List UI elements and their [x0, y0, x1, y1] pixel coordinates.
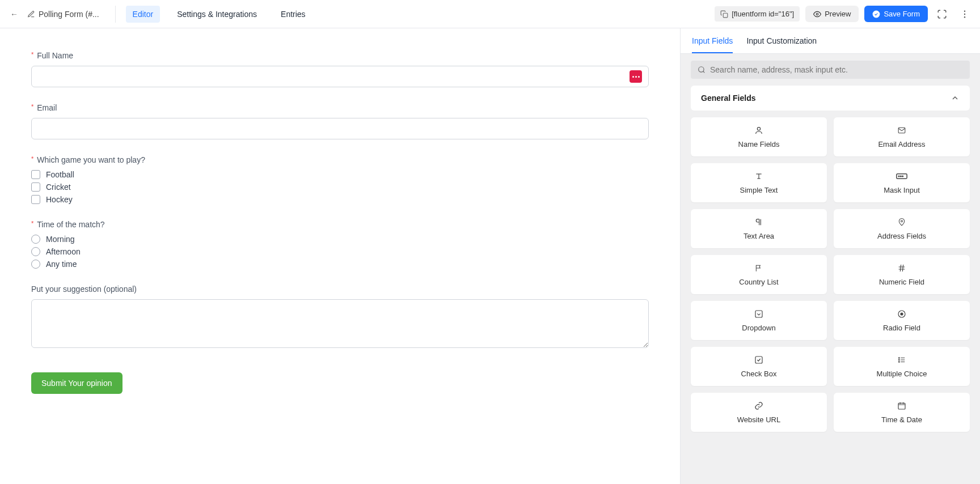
- expand-icon[interactable]: [933, 7, 951, 22]
- tab-editor[interactable]: Editor: [126, 6, 160, 23]
- label-suggestion: Put your suggestion (optional): [31, 285, 649, 294]
- checkbox-option[interactable]: Football: [31, 170, 649, 179]
- field-submit: Submit Your opinion: [31, 372, 649, 394]
- option-label: Morning: [46, 235, 75, 244]
- preview-label: Preview: [825, 10, 851, 18]
- field-card-label: Text Area: [744, 232, 774, 240]
- field-card-label: Website URL: [737, 415, 780, 424]
- required-star: *: [31, 51, 33, 58]
- field-card-mask-input[interactable]: Mask Input: [834, 163, 970, 202]
- svg-point-19: [898, 359, 899, 360]
- tab-settings[interactable]: Settings & Integrations: [170, 6, 264, 23]
- fields-grid: Name Fields Email Address Simple Text Ma…: [681, 111, 980, 439]
- required-star: *: [31, 103, 33, 110]
- envelope-icon: [897, 125, 907, 135]
- textarea-suggestion[interactable]: [31, 299, 649, 348]
- field-card-label: Dropdown: [742, 324, 775, 332]
- sidebar-search: [681, 54, 980, 86]
- option-label: Hockey: [46, 195, 73, 204]
- radio-icon[interactable]: [31, 247, 40, 256]
- topbar-right: [fluentform id="16"] Preview Save Form: [715, 6, 973, 22]
- radio-option[interactable]: Afternoon: [31, 247, 649, 256]
- field-card-label: Mask Input: [884, 186, 920, 194]
- checkbox-icon: [754, 355, 763, 365]
- field-email[interactable]: * Email: [31, 103, 649, 139]
- checkbox-option[interactable]: Cricket: [31, 182, 649, 192]
- submit-button[interactable]: Submit Your opinion: [31, 372, 122, 394]
- required-star: *: [31, 155, 33, 162]
- paragraph-icon: [754, 217, 763, 227]
- field-card-website-url[interactable]: Website URL: [691, 393, 827, 432]
- form-title[interactable]: Polling Form (#...: [27, 10, 99, 19]
- svg-rect-14: [755, 311, 762, 317]
- save-button[interactable]: Save Form: [864, 6, 928, 22]
- topbar-left: ← Polling Form (#... Editor Settings & I…: [7, 6, 312, 23]
- section-general-fields[interactable]: General Fields: [691, 86, 970, 111]
- save-label: Save Form: [884, 10, 920, 18]
- search-input[interactable]: [710, 65, 963, 74]
- field-card-country-list[interactable]: Country List: [691, 255, 827, 294]
- label-email: * Email: [31, 103, 649, 112]
- form-canvas: * Full Name * Email * Which game yo: [0, 28, 681, 484]
- preview-button[interactable]: Preview: [805, 6, 859, 22]
- eye-icon: [813, 10, 821, 18]
- text-cursor-icon: [754, 171, 764, 181]
- input-full-name-wrap: [31, 66, 649, 87]
- field-card-radio-field[interactable]: Radio Field: [834, 301, 970, 340]
- copy-icon: [720, 10, 728, 18]
- field-card-time-date[interactable]: Time & Date: [834, 393, 970, 432]
- field-card-email-address[interactable]: Email Address: [834, 117, 970, 156]
- field-card-numeric-field[interactable]: Numeric Field: [834, 255, 970, 294]
- check-icon: [872, 10, 880, 18]
- sidebar-tab-input-fields[interactable]: Input Fields: [692, 36, 733, 53]
- tab-entries[interactable]: Entries: [274, 6, 312, 23]
- checkbox-icon[interactable]: [31, 195, 40, 204]
- checkbox-icon[interactable]: [31, 182, 40, 192]
- field-card-text-area[interactable]: Text Area: [691, 209, 827, 248]
- svg-point-11: [901, 176, 902, 177]
- radio-option[interactable]: Any time: [31, 260, 649, 269]
- sidebar: Input Fields Input Customization General…: [681, 28, 980, 484]
- radio-icon[interactable]: [31, 260, 40, 269]
- checkbox-icon[interactable]: [31, 170, 40, 179]
- label-time-text: Time of the match?: [37, 220, 104, 229]
- sidebar-tabs: Input Fields Input Customization: [681, 28, 980, 54]
- input-full-name[interactable]: [31, 66, 649, 87]
- field-card-simple-text[interactable]: Simple Text: [691, 163, 827, 202]
- field-card-dropdown[interactable]: Dropdown: [691, 301, 827, 340]
- sidebar-tab-input-customization[interactable]: Input Customization: [746, 36, 817, 53]
- svg-point-10: [898, 176, 899, 177]
- field-time[interactable]: * Time of the match? Morning Afternoon A…: [31, 220, 649, 269]
- field-card-label: Name Fields: [738, 140, 780, 148]
- input-icon: [896, 171, 907, 181]
- svg-point-20: [898, 362, 899, 363]
- field-card-label: Email Address: [878, 140, 925, 148]
- radio-option[interactable]: Morning: [31, 235, 649, 244]
- checkbox-option[interactable]: Hockey: [31, 195, 649, 204]
- section-title: General Fields: [701, 94, 755, 103]
- person-icon: [754, 125, 763, 135]
- search-icon: [698, 66, 706, 74]
- option-label: Afternoon: [46, 247, 81, 256]
- hash-icon: [897, 263, 906, 273]
- field-card-address-fields[interactable]: Address Fields: [834, 209, 970, 248]
- name-field-expand-icon[interactable]: [630, 70, 642, 83]
- required-star: *: [31, 220, 33, 227]
- shortcode-text: [fluentform id="16"]: [732, 10, 794, 18]
- svg-rect-0: [723, 13, 728, 18]
- location-icon: [898, 217, 906, 227]
- more-menu-icon[interactable]: [956, 7, 973, 22]
- field-suggestion[interactable]: Put your suggestion (optional): [31, 285, 649, 350]
- shortcode-box[interactable]: [fluentform id="16"]: [715, 6, 800, 22]
- search-box[interactable]: [691, 61, 970, 79]
- field-full-name[interactable]: * Full Name: [31, 51, 649, 87]
- field-card-multiple-choice[interactable]: Multiple Choice: [834, 347, 970, 386]
- input-email[interactable]: [31, 118, 649, 139]
- field-card-name-fields[interactable]: Name Fields: [691, 117, 827, 156]
- field-card-check-box[interactable]: Check Box: [691, 347, 827, 386]
- field-game[interactable]: * Which game you want to play? Football …: [31, 155, 649, 204]
- label-email-text: Email: [37, 103, 57, 112]
- back-arrow-icon[interactable]: ←: [7, 7, 22, 21]
- radio-icon[interactable]: [31, 235, 40, 244]
- flag-icon: [755, 263, 763, 273]
